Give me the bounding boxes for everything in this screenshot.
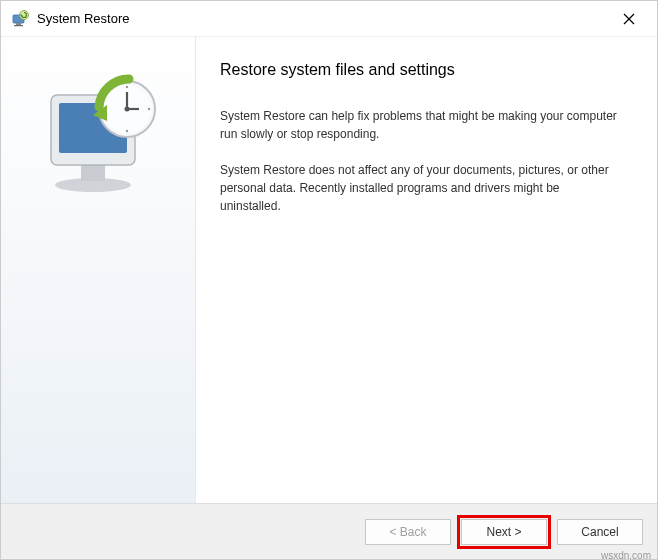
svg-point-17 [126, 130, 128, 132]
svg-rect-8 [81, 165, 105, 181]
close-icon [623, 13, 635, 25]
sidebar-illustration-panel [1, 37, 196, 503]
svg-point-19 [148, 108, 150, 110]
svg-rect-2 [14, 25, 23, 26]
content-area: Restore system files and settings System… [1, 37, 657, 503]
intro-paragraph-1: System Restore can help fix problems tha… [220, 107, 620, 143]
cancel-button[interactable]: Cancel [557, 519, 643, 545]
page-heading: Restore system files and settings [220, 61, 627, 79]
system-restore-icon [11, 10, 29, 28]
main-panel: Restore system files and settings System… [196, 37, 657, 503]
intro-paragraph-2: System Restore does not affect any of yo… [220, 161, 620, 215]
svg-rect-1 [16, 23, 21, 25]
window-title: System Restore [37, 11, 609, 26]
close-button[interactable] [609, 4, 649, 34]
restore-illustration-icon [33, 67, 163, 197]
watermark-text: wsxdn.com [601, 550, 651, 560]
svg-point-15 [125, 107, 130, 112]
back-button: < Back [365, 519, 451, 545]
titlebar: System Restore [1, 1, 657, 37]
wizard-footer: < Back Next > Cancel wsxdn.com [1, 503, 657, 559]
svg-point-16 [126, 86, 128, 88]
next-button[interactable]: Next > [461, 519, 547, 545]
system-restore-window: System Restore [0, 0, 658, 560]
